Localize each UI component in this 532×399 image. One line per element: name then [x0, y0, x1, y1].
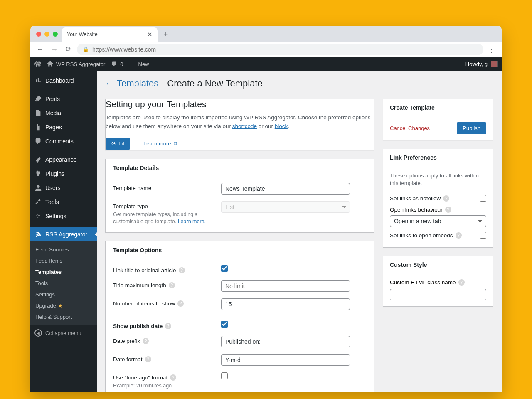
url-text: https://www.website.com — [92, 46, 156, 53]
browser-tab[interactable]: Your Website ✕ — [62, 27, 158, 42]
browser-window: Your Website ✕ + ← → ⟳ 🔒 https://www.web… — [30, 26, 502, 392]
sidebar-item-rss-aggregator[interactable]: RSS Aggregator — [30, 227, 97, 241]
back-arrow-icon[interactable]: ← — [105, 79, 113, 88]
help-icon[interactable]: ? — [179, 267, 185, 273]
new-content-link[interactable]: +New — [129, 61, 149, 67]
wp-admin-bar: WP RSS Aggregator 0 +New Howdy, g — [30, 57, 502, 71]
title-max-input[interactable] — [221, 280, 350, 292]
external-link-icon: ⧉ — [174, 140, 177, 147]
content-area: ← Templates Create a New Template Settin… — [97, 71, 502, 392]
template-name-input[interactable] — [221, 183, 350, 195]
publish-heading: Create Template — [383, 99, 493, 116]
sidebar-item-settings[interactable]: Settings — [30, 209, 97, 223]
help-icon[interactable]: ? — [170, 374, 176, 381]
nofollow-label: Set links as nofollow? — [390, 195, 449, 202]
sidebar-item-comments[interactable]: Comments — [30, 134, 97, 148]
sidebar-sub-help[interactable]: Help & Support — [30, 311, 97, 323]
breadcrumb-templates-link[interactable]: Templates — [117, 78, 158, 89]
cancel-changes-link[interactable]: Cancel Changes — [390, 125, 430, 131]
collapse-icon: ◀ — [34, 329, 42, 337]
open-embeds-label: Set links to open embeds? — [390, 232, 462, 239]
admin-sidebar: Dashboard Posts Media Pages Comments App… — [30, 71, 97, 392]
help-icon[interactable]: ? — [143, 338, 149, 344]
sidebar-item-plugins[interactable]: Plugins — [30, 167, 97, 181]
template-type-label: Template type Get more template types, i… — [113, 201, 221, 226]
help-icon[interactable]: ? — [177, 300, 184, 307]
sidebar-sub-upgrade[interactable]: Upgrade ★ — [30, 300, 97, 311]
nofollow-checkbox[interactable] — [480, 195, 486, 202]
custom-class-input[interactable] — [390, 289, 486, 300]
time-ago-checkbox[interactable] — [221, 372, 228, 379]
browser-menu-icon[interactable]: ⋮ — [486, 45, 498, 54]
open-embeds-checkbox[interactable] — [480, 232, 486, 239]
intro-box: Setting up your Templates Templates are … — [105, 99, 374, 150]
avatar — [491, 61, 498, 67]
sidebar-sub-templates[interactable]: Templates — [30, 266, 97, 278]
link-preferences-box: Link Preferences These options apply to … — [383, 149, 493, 248]
shortcode-link[interactable]: shortcode — [232, 123, 257, 129]
open-behaviour-label: Open links behaviour? — [390, 207, 486, 213]
help-icon[interactable]: ? — [165, 323, 171, 329]
intro-body: Templates are used to display the items … — [106, 113, 374, 131]
help-icon[interactable]: ? — [445, 207, 451, 213]
link-title-checkbox[interactable] — [221, 265, 228, 272]
show-date-checkbox[interactable] — [221, 321, 228, 328]
sidebar-sub-settings[interactable]: Settings — [30, 289, 97, 300]
date-prefix-input[interactable] — [221, 336, 350, 347]
num-items-input[interactable] — [221, 298, 350, 310]
num-items-label: Number of items to show? — [113, 298, 221, 307]
help-icon[interactable]: ? — [458, 279, 465, 286]
date-format-input[interactable] — [221, 354, 350, 366]
sidebar-item-tools[interactable]: Tools — [30, 195, 97, 209]
window-controls — [35, 32, 62, 42]
site-name-link[interactable]: WP RSS Aggregator — [47, 61, 105, 67]
new-tab-button[interactable]: + — [160, 29, 172, 40]
title-max-label: Title maximum length? — [113, 280, 221, 288]
help-icon[interactable]: ? — [456, 232, 462, 239]
intro-heading: Setting up your Templates — [106, 99, 374, 109]
template-options-box: Template Options Link title to original … — [105, 241, 374, 392]
template-details-box: Template Details Template name Template … — [105, 159, 374, 233]
sidebar-item-pages[interactable]: Pages — [30, 120, 97, 134]
learn-more-link[interactable]: Learn more⧉ — [138, 138, 183, 150]
date-format-label: Date format? — [113, 354, 221, 362]
back-button[interactable]: ← — [34, 44, 46, 55]
sidebar-item-dashboard[interactable]: Dashboard — [30, 74, 97, 88]
maximize-window-icon[interactable] — [53, 32, 58, 37]
browser-tab-bar: Your Website ✕ + — [30, 26, 502, 42]
template-type-select[interactable]: List — [221, 201, 350, 213]
sidebar-item-media[interactable]: Media — [30, 106, 97, 120]
reload-button[interactable]: ⟳ — [63, 44, 74, 55]
browser-address-bar: ← → ⟳ 🔒 https://www.website.com ⋮ — [30, 42, 502, 57]
breadcrumb: ← Templates Create a New Template — [105, 76, 493, 91]
template-type-learn-more-link[interactable]: Learn more. — [178, 219, 206, 224]
sidebar-sub-tools[interactable]: Tools — [30, 278, 97, 289]
open-behaviour-select[interactable]: Open in a new tab — [390, 215, 486, 227]
template-details-heading: Template Details — [106, 159, 374, 177]
custom-class-label: Custom HTML class name? — [390, 279, 486, 286]
sidebar-item-appearance[interactable]: Appearance — [30, 153, 97, 167]
got-it-button[interactable]: Got it — [106, 138, 130, 150]
sidebar-sub-feed-sources[interactable]: Feed Sources — [30, 244, 97, 255]
url-bar[interactable]: 🔒 https://www.website.com — [77, 44, 483, 55]
sidebar-item-posts[interactable]: Posts — [30, 92, 97, 106]
close-tab-icon[interactable]: ✕ — [147, 31, 153, 38]
publish-button[interactable]: Publish — [457, 122, 486, 134]
sidebar-sub-feed-items[interactable]: Feed Items — [30, 255, 97, 266]
sidebar-item-users[interactable]: Users — [30, 181, 97, 195]
breadcrumb-divider — [163, 79, 163, 88]
lock-icon: 🔒 — [83, 47, 89, 52]
close-window-icon[interactable] — [36, 32, 41, 37]
comments-link[interactable]: 0 — [111, 61, 123, 67]
sidebar-submenu: Feed Sources Feed Items Templates Tools … — [30, 241, 97, 325]
publish-box: Create Template Cancel Changes Publish — [383, 99, 493, 140]
block-link[interactable]: block — [275, 123, 288, 129]
help-icon[interactable]: ? — [169, 282, 175, 288]
minimize-window-icon[interactable] — [44, 32, 49, 37]
help-icon[interactable]: ? — [443, 195, 449, 202]
wp-logo-icon[interactable] — [34, 61, 41, 67]
user-menu[interactable]: Howdy, g — [466, 61, 498, 67]
help-icon[interactable]: ? — [145, 356, 151, 362]
collapse-menu-button[interactable]: ◀ Collapse menu — [30, 325, 97, 341]
forward-button[interactable]: → — [49, 44, 60, 55]
